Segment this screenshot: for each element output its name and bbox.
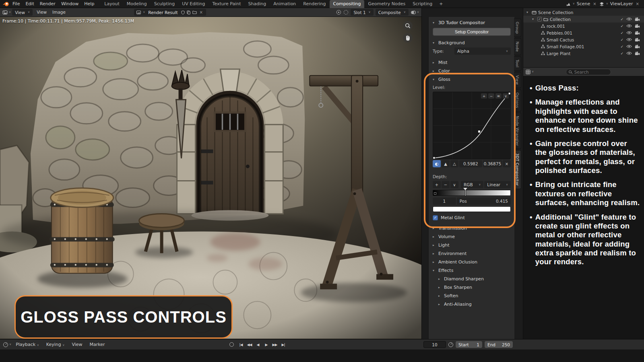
outliner-row-object[interactable]: rock.001 ✓ bbox=[523, 23, 644, 29]
stopwatch-icon[interactable] bbox=[448, 342, 453, 347]
next-keyframe-button[interactable]: ▶▶ bbox=[271, 341, 279, 348]
curve-canvas[interactable] bbox=[433, 92, 510, 159]
effects-subsection[interactable]: ▸ Box Sharpen bbox=[433, 283, 511, 291]
selectable-check-icon[interactable]: ✓ bbox=[620, 38, 623, 42]
stop-position-slider[interactable]: Pos 0.415 bbox=[457, 197, 511, 205]
workspace-tab[interactable]: Modeling bbox=[123, 0, 151, 8]
curve-point-y-field[interactable]: 0.36875 bbox=[483, 160, 502, 167]
display-channels-icon[interactable]: ∨ bbox=[411, 10, 419, 15]
interpolation-dropdown[interactable]: Linear ∨ bbox=[484, 181, 511, 188]
editor-type-grid-icon[interactable]: ∨ bbox=[526, 70, 534, 74]
end-frame-field[interactable]: End 250 bbox=[485, 341, 513, 348]
image-editor-menu[interactable]: Image bbox=[50, 8, 68, 16]
annotate-tool-icon[interactable] bbox=[336, 10, 341, 15]
render-camera-icon[interactable] bbox=[635, 17, 640, 21]
workspace-tab[interactable]: Shading bbox=[245, 0, 270, 8]
topbar-menu[interactable]: Edit bbox=[23, 0, 37, 8]
render-camera-icon[interactable] bbox=[635, 31, 640, 35]
render-viewport[interactable]: Frame:10 | Time:00:11.71 | Mem:957.79M, … bbox=[0, 17, 422, 339]
slot-dropdown[interactable]: Slot 1 ∨ bbox=[351, 9, 373, 16]
workspace-tab[interactable]: UV Editing bbox=[178, 0, 208, 8]
add-workspace-button[interactable]: + bbox=[436, 1, 446, 6]
render-camera-icon[interactable] bbox=[635, 45, 640, 49]
stop-color-swatch[interactable] bbox=[433, 206, 511, 212]
auto-keying-record-icon[interactable] bbox=[229, 342, 234, 347]
section-gloss[interactable]: ▾ Gloss bbox=[433, 75, 511, 83]
keying-menu[interactable]: Keying ∨ bbox=[43, 341, 68, 348]
section-effects[interactable]: ▾ Effects bbox=[433, 266, 511, 274]
render-camera-icon[interactable] bbox=[635, 51, 640, 56]
outliner-row-object[interactable]: Large Plant ✓ bbox=[523, 50, 644, 57]
gloss-level-curve-widget[interactable]: + − ≡ ∨ bbox=[433, 92, 511, 159]
hide-eye-icon[interactable] bbox=[626, 31, 632, 35]
outliner-row-collection[interactable]: ▾ ✓ Collection ✓ bbox=[523, 16, 644, 23]
workspace-tab[interactable]: Layout bbox=[101, 0, 123, 8]
curve-selected-point[interactable] bbox=[478, 130, 481, 133]
panel-section-collapsed[interactable]: ▸ Ambient Oclusion bbox=[433, 258, 511, 266]
pan-hand-gizmo-icon[interactable] bbox=[403, 33, 413, 43]
open-image-icon[interactable] bbox=[192, 10, 197, 14]
workspace-tab[interactable]: Texture Paint bbox=[209, 0, 245, 8]
selectable-check-icon[interactable]: ✓ bbox=[620, 51, 623, 56]
pivot-icon[interactable] bbox=[343, 10, 349, 15]
workspace-tab[interactable]: Sculpting bbox=[151, 0, 178, 8]
remove-stop-icon[interactable]: − bbox=[442, 181, 450, 188]
workspace-tab[interactable]: Scripting bbox=[409, 0, 436, 8]
chevron-down-icon[interactable]: ∨ bbox=[573, 2, 575, 5]
hide-eye-icon[interactable] bbox=[626, 51, 632, 55]
outliner-row-object[interactable]: Pebbles.001 ✓ bbox=[523, 29, 644, 36]
setup-compositor-button[interactable]: Setup Compositor bbox=[433, 28, 511, 36]
editor-type-image-icon[interactable]: ∨ bbox=[2, 10, 11, 15]
sidebar-tab[interactable]: Tool bbox=[514, 56, 521, 71]
chevron-down-icon[interactable]: ∨ bbox=[606, 2, 608, 5]
curve-point-x-field[interactable]: 0.5982 bbox=[459, 160, 482, 167]
type-dropdown[interactable]: Alpha ∨ bbox=[454, 47, 511, 55]
curve-zoom-out-icon[interactable]: − bbox=[488, 93, 494, 99]
outliner-row-object[interactable]: Small Cactus ✓ bbox=[523, 36, 644, 43]
play-reverse-button[interactable]: ◀ bbox=[254, 341, 262, 348]
curve-handle-auto-icon[interactable]: ▲ bbox=[442, 160, 450, 167]
selectable-check-icon[interactable]: ✓ bbox=[620, 45, 623, 49]
panel-section-collapsed[interactable]: ▸ Volume bbox=[433, 232, 511, 241]
outliner-row-scene-collection[interactable]: ▾ Scene Collection bbox=[523, 9, 644, 16]
workspace-tab[interactable]: Animation bbox=[270, 0, 299, 8]
stop-index-field[interactable]: 1 bbox=[433, 197, 456, 205]
unlink-viewlayer-icon[interactable]: × bbox=[635, 2, 640, 6]
colorband-first-stop[interactable] bbox=[434, 192, 436, 195]
outliner-row-object[interactable]: Small Foliage.001 ✓ bbox=[523, 43, 644, 50]
new-image-icon[interactable] bbox=[187, 10, 190, 14]
hide-eye-icon[interactable] bbox=[626, 45, 632, 48]
effects-subsection[interactable]: ▸ Anti-Aliasing bbox=[433, 300, 511, 308]
hide-eye-icon[interactable] bbox=[626, 17, 632, 21]
compositor-node-region[interactable]: ▾ 3D Tudor Compositor Setup Compositor ▾… bbox=[422, 8, 523, 339]
jump-to-start-button[interactable]: |◀ bbox=[237, 341, 245, 348]
render-camera-icon[interactable] bbox=[635, 38, 640, 42]
workspace-tab[interactable]: Compositing bbox=[330, 0, 365, 8]
curve-zoom-in-icon[interactable]: + bbox=[481, 93, 487, 99]
sidebar-tab[interactable]: Group bbox=[514, 19, 521, 37]
chevron-down-icon[interactable]: ∨ bbox=[143, 11, 145, 14]
image-browse-icon[interactable] bbox=[136, 10, 141, 14]
sidebar-tab[interactable]: View bbox=[514, 72, 521, 88]
collection-checkbox[interactable]: ✓ bbox=[537, 17, 542, 21]
sidebar-tab[interactable]: Node bbox=[514, 38, 521, 55]
metal-glint-checkbox[interactable]: ✓ bbox=[433, 215, 438, 220]
prev-keyframe-button[interactable]: ◀◀ bbox=[246, 341, 253, 348]
color-mode-dropdown[interactable]: RGB ∨ bbox=[461, 181, 483, 188]
start-frame-field[interactable]: Start 1 bbox=[456, 341, 482, 348]
editor-type-timeline-icon[interactable]: ∨ bbox=[3, 342, 11, 347]
colorband-options-icon[interactable]: ∨ bbox=[450, 181, 458, 188]
playback-menu[interactable]: Playback ∨ bbox=[13, 341, 42, 348]
panel-3d-tudor-compositor[interactable]: ▾ 3D Tudor Compositor bbox=[433, 19, 511, 27]
timeline-view-menu[interactable]: View bbox=[69, 341, 85, 348]
pass-dropdown[interactable]: Composite ∨ bbox=[376, 9, 409, 16]
timeline-marker-menu[interactable]: Marker bbox=[87, 341, 108, 348]
workspace-tab[interactable]: Rendering bbox=[299, 0, 329, 8]
effects-subsection[interactable]: ▸ Soften bbox=[433, 292, 511, 300]
selectable-check-icon[interactable]: ✓ bbox=[620, 17, 623, 21]
hide-eye-icon[interactable] bbox=[626, 38, 632, 41]
topbar-menu[interactable]: File bbox=[10, 0, 23, 8]
topbar-menu[interactable]: Help bbox=[81, 0, 97, 8]
panel-section-collapsed[interactable]: ▸ Environment bbox=[433, 249, 511, 257]
section-background[interactable]: ▾ Background bbox=[433, 39, 511, 47]
